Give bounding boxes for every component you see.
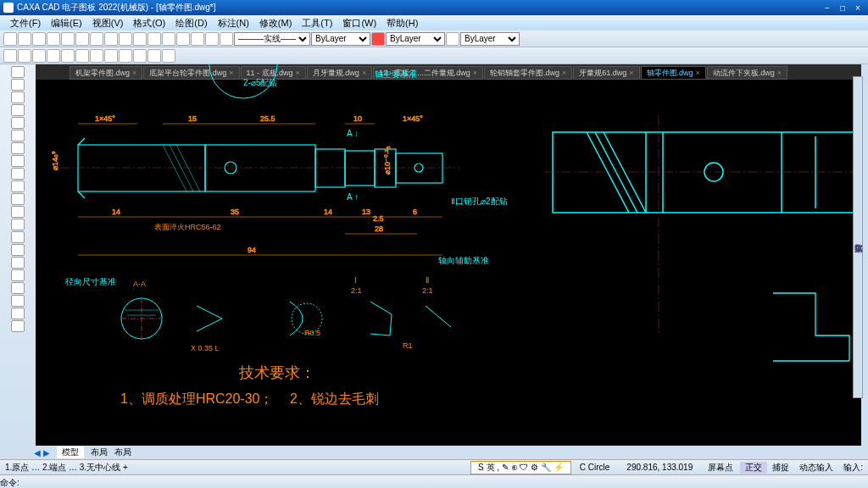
open-icon[interactable] [18,32,31,46]
new-icon[interactable] [3,32,17,46]
tab-layout2[interactable]: 布局 [114,446,131,458]
drawing-canvas[interactable]: 机架零件图.dwg× 底架平台轮零件图.dwg× 11 - 底板.dwg× 月牙… [36,64,861,446]
tool-hatch-icon[interactable] [11,155,25,167]
right-panel[interactable]: 数据集 [853,76,863,398]
poly-icon[interactable] [61,49,75,63]
help-icon[interactable] [191,32,204,46]
svg-text:2、锐边去毛刺: 2、锐边去毛刺 [290,391,379,406]
color2-select[interactable]: ByLayer [386,32,445,46]
tab-model[interactable]: 模型 [57,446,84,458]
screen-pt[interactable]: 屏幕点 [701,462,740,474]
spline-icon[interactable] [75,49,89,63]
tool-line-icon[interactable] [11,66,25,78]
menu-draw[interactable]: 绘图(D) [170,17,212,30]
save-icon[interactable] [32,32,46,46]
line-icon[interactable] [3,49,17,63]
tool-dim-icon[interactable] [11,193,25,205]
menu-window[interactable]: 窗口(W) [337,17,381,30]
pan-icon[interactable] [147,32,161,46]
paste-icon[interactable] [90,32,103,46]
lw-icon[interactable] [446,32,459,46]
dim-icon[interactable] [205,32,219,46]
menu-edit[interactable]: 编辑(E) [46,17,87,30]
dyn-toggle[interactable]: 动态输入 [794,462,838,474]
tool-arc-icon[interactable] [11,79,25,91]
svg-text:技术要求：: 技术要求： [238,364,315,381]
linetype-select[interactable]: ———实线——— [234,32,310,46]
svg-text:25.5: 25.5 [260,114,275,123]
menu-format[interactable]: 格式(O) [128,17,170,30]
layout-tabs: ◀ ▶ 模型 布局 布局 [0,446,868,459]
svg-line-21 [595,132,637,213]
menu-modify[interactable]: 修改(M) [254,17,298,30]
arc-icon[interactable] [18,49,31,63]
tool-extend-icon[interactable] [11,308,25,319]
copy-icon[interactable] [75,32,89,46]
command-line[interactable]: 命令: [0,474,868,488]
svg-line-11 [170,145,193,191]
tool-rotate-icon[interactable] [11,257,25,269]
tool-text-icon[interactable] [11,168,25,180]
svg-text:Ⅱ口销孔⌀2配钻: Ⅱ口销孔⌀2配钻 [451,197,508,206]
block-icon[interactable] [133,49,147,63]
text-icon[interactable] [220,32,233,46]
tool-block-icon[interactable] [11,180,25,192]
tool-curve-icon[interactable] [11,117,25,129]
hatch-icon[interactable] [104,49,118,63]
lineweight-select[interactable]: ByLayer [460,32,520,46]
cut-icon[interactable] [61,32,75,46]
tool-ellipse-icon[interactable] [11,142,25,154]
svg-text:94: 94 [248,246,256,254]
svg-text:Ⅱ: Ⅱ [426,276,429,285]
status-bar: 1.原点 … 2.端点 … 3.无中心线 + S 英 , ✎ ⊕ 🛡 ⚙ 🔧 ⚡… [0,459,868,474]
menu-tools[interactable]: 工具(T) [297,17,337,30]
ime-indicator[interactable]: S 英 , ✎ ⊕ 🛡 ⚙ 🔧 ⚡ [470,461,571,474]
ellipse-icon[interactable] [90,49,103,63]
text2-icon[interactable] [119,49,132,63]
coords: 290.816, 133.019 [618,463,701,472]
tool-trim-icon[interactable] [11,295,25,307]
svg-text:A-A: A-A [133,280,146,288]
layer-icon[interactable] [162,32,175,46]
tool-scale-icon[interactable] [11,282,25,294]
color-swatch[interactable] [371,32,385,46]
tool-circle-icon[interactable] [11,92,25,103]
tool-fillet-icon[interactable] [11,206,25,218]
tab-layout1[interactable]: 布局 [91,446,108,458]
leader-icon[interactable] [162,49,175,63]
menu-help[interactable]: 帮助(H) [381,17,423,30]
rect-icon[interactable] [47,49,60,63]
print-icon[interactable] [47,32,60,46]
tool-rect-icon[interactable] [11,104,25,116]
redo-icon[interactable] [119,32,132,46]
tool-point-icon[interactable] [11,130,25,141]
tool-offset-icon[interactable] [11,320,25,332]
svg-rect-14 [553,132,858,213]
close-button[interactable]: × [851,2,865,14]
cad-drawing: 1×45° 15 25.5 10 1×45° 14 35 14 13 6 94 … [36,64,858,429]
svg-text:1×45°: 1×45° [95,114,115,123]
color-select[interactable]: ByLayer [311,32,370,46]
snap-toggle[interactable]: 捕捉 [767,462,794,474]
tool-chamfer-icon[interactable] [11,219,25,230]
tool-copy-icon[interactable] [11,244,25,256]
dim2-icon[interactable] [147,49,161,63]
tool-mirror-icon[interactable] [11,269,25,281]
circle-icon[interactable] [32,49,46,63]
menu-bar: 文件(F) 编辑(E) 视图(V) 格式(O) 绘图(D) 标注(N) 修改(M… [0,15,868,30]
svg-text:1×45°: 1×45° [403,114,423,123]
svg-text:2:1: 2:1 [422,286,433,295]
menu-dim[interactable]: 标注(N) [213,17,254,30]
tool-move-icon[interactable] [11,231,25,243]
svg-line-6 [78,138,85,145]
maximize-button[interactable]: □ [836,2,849,14]
undo-icon[interactable] [104,32,118,46]
zoom-icon[interactable] [133,32,147,46]
menu-file[interactable]: 文件(F) [5,17,46,30]
prop-icon[interactable] [176,32,190,46]
menu-view[interactable]: 视图(V) [87,17,129,30]
osnap-modes[interactable]: 1.原点 … 2.端点 … 3.无中心线 + [0,462,133,474]
sidebar-left [0,64,36,446]
minimize-button[interactable]: − [821,2,834,14]
ortho-toggle[interactable]: 正交 [740,462,767,474]
